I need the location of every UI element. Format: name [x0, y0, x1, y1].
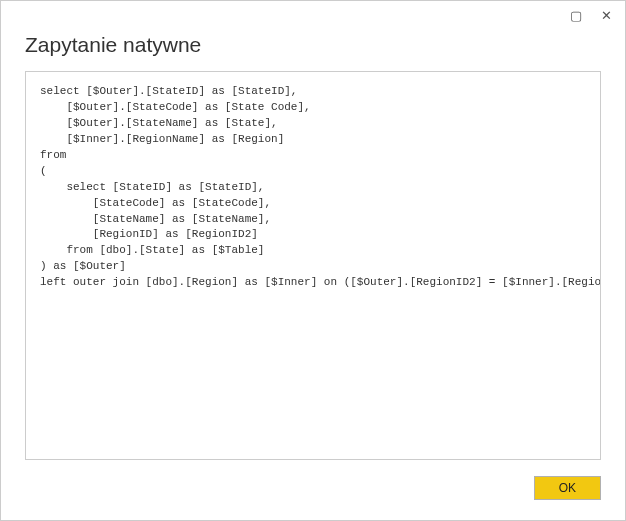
query-text: select [$Outer].[StateID] as [StateID], … [40, 84, 586, 291]
native-query-dialog: ▢ ✕ Zapytanie natywne select [$Outer].[S… [0, 0, 626, 521]
close-button[interactable]: ✕ [591, 4, 621, 26]
titlebar: ▢ ✕ [1, 1, 625, 29]
close-icon: ✕ [601, 8, 612, 23]
dialog-title: Zapytanie natywne [1, 29, 625, 71]
ok-button[interactable]: OK [534, 476, 601, 500]
dialog-footer: OK [1, 460, 625, 520]
maximize-icon: ▢ [570, 8, 582, 23]
maximize-button[interactable]: ▢ [561, 4, 591, 26]
query-content-box[interactable]: select [$Outer].[StateID] as [StateID], … [25, 71, 601, 460]
